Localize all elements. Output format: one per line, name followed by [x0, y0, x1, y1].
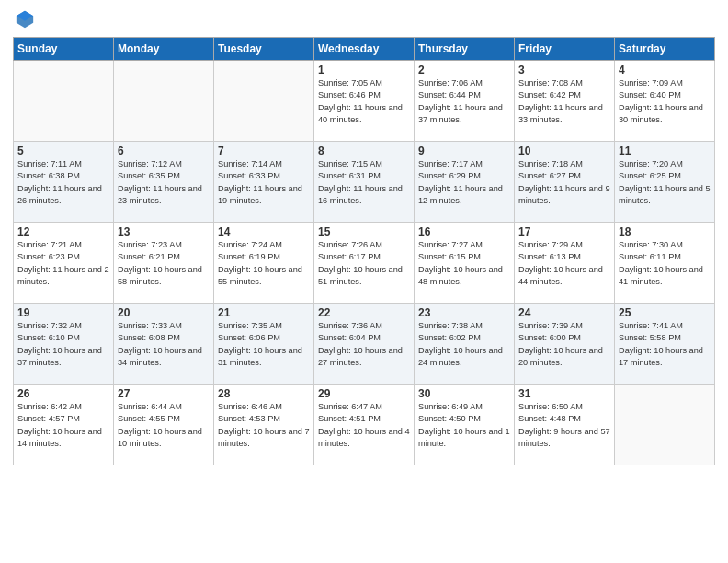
day-info: Sunrise: 7:11 AM Sunset: 6:38 PM Dayligh… — [17, 158, 109, 207]
calendar-cell: 30Sunrise: 6:49 AM Sunset: 4:50 PM Dayli… — [415, 385, 515, 465]
calendar-cell: 7Sunrise: 7:14 AM Sunset: 6:33 PM Daylig… — [214, 142, 314, 223]
day-info: Sunrise: 7:38 AM Sunset: 6:02 PM Dayligh… — [418, 320, 510, 369]
day-number: 24 — [518, 306, 610, 319]
calendar-cell: 3Sunrise: 7:08 AM Sunset: 6:42 PM Daylig… — [515, 61, 615, 142]
day-info: Sunrise: 7:08 AM Sunset: 6:42 PM Dayligh… — [518, 77, 610, 126]
day-info: Sunrise: 6:44 AM Sunset: 4:55 PM Dayligh… — [118, 401, 210, 450]
day-info: Sunrise: 7:09 AM Sunset: 6:40 PM Dayligh… — [619, 77, 711, 126]
day-info: Sunrise: 7:35 AM Sunset: 6:06 PM Dayligh… — [218, 320, 310, 369]
day-info: Sunrise: 7:32 AM Sunset: 6:10 PM Dayligh… — [17, 320, 109, 369]
day-number: 5 — [17, 144, 109, 157]
calendar-cell: 6Sunrise: 7:12 AM Sunset: 6:35 PM Daylig… — [114, 142, 214, 223]
day-info: Sunrise: 7:41 AM Sunset: 5:58 PM Dayligh… — [619, 320, 711, 369]
calendar-week-row: 26Sunrise: 6:42 AM Sunset: 4:57 PM Dayli… — [14, 385, 715, 465]
calendar-cell: 14Sunrise: 7:24 AM Sunset: 6:19 PM Dayli… — [214, 223, 314, 304]
day-info: Sunrise: 6:49 AM Sunset: 4:50 PM Dayligh… — [418, 401, 510, 450]
day-number: 27 — [118, 387, 210, 400]
calendar-cell: 5Sunrise: 7:11 AM Sunset: 6:38 PM Daylig… — [14, 142, 114, 223]
logo — [13, 9, 35, 29]
day-of-week-header: Tuesday — [214, 38, 314, 61]
calendar-cell: 19Sunrise: 7:32 AM Sunset: 6:10 PM Dayli… — [14, 304, 114, 385]
day-number: 10 — [518, 144, 610, 157]
day-of-week-header: Monday — [114, 38, 214, 61]
day-info: Sunrise: 7:30 AM Sunset: 6:11 PM Dayligh… — [619, 239, 711, 288]
calendar-cell: 2Sunrise: 7:06 AM Sunset: 6:44 PM Daylig… — [415, 61, 515, 142]
calendar-cell: 12Sunrise: 7:21 AM Sunset: 6:23 PM Dayli… — [14, 223, 114, 304]
calendar-cell: 18Sunrise: 7:30 AM Sunset: 6:11 PM Dayli… — [615, 223, 715, 304]
day-info: Sunrise: 7:20 AM Sunset: 6:25 PM Dayligh… — [619, 158, 711, 207]
day-info: Sunrise: 7:26 AM Sunset: 6:17 PM Dayligh… — [318, 239, 410, 288]
day-info: Sunrise: 7:15 AM Sunset: 6:31 PM Dayligh… — [318, 158, 410, 207]
day-number: 20 — [118, 306, 210, 319]
calendar-cell — [114, 61, 214, 142]
day-info: Sunrise: 7:06 AM Sunset: 6:44 PM Dayligh… — [418, 77, 510, 126]
day-number: 23 — [418, 306, 510, 319]
day-of-week-header: Thursday — [415, 38, 515, 61]
day-number: 6 — [118, 144, 210, 157]
calendar-week-row: 1Sunrise: 7:05 AM Sunset: 6:46 PM Daylig… — [14, 61, 715, 142]
calendar-cell: 13Sunrise: 7:23 AM Sunset: 6:21 PM Dayli… — [114, 223, 214, 304]
day-info: Sunrise: 7:27 AM Sunset: 6:15 PM Dayligh… — [418, 239, 510, 288]
calendar-week-row: 12Sunrise: 7:21 AM Sunset: 6:23 PM Dayli… — [14, 223, 715, 304]
calendar-cell — [615, 385, 715, 465]
calendar-cell: 31Sunrise: 6:50 AM Sunset: 4:48 PM Dayli… — [515, 385, 615, 465]
calendar-cell: 26Sunrise: 6:42 AM Sunset: 4:57 PM Dayli… — [14, 385, 114, 465]
day-info: Sunrise: 7:36 AM Sunset: 6:04 PM Dayligh… — [318, 320, 410, 369]
logo-icon — [15, 9, 35, 29]
day-number: 18 — [619, 225, 711, 238]
calendar-cell: 27Sunrise: 6:44 AM Sunset: 4:55 PM Dayli… — [114, 385, 214, 465]
calendar-cell: 10Sunrise: 7:18 AM Sunset: 6:27 PM Dayli… — [515, 142, 615, 223]
day-number: 19 — [17, 306, 109, 319]
day-info: Sunrise: 7:17 AM Sunset: 6:29 PM Dayligh… — [418, 158, 510, 207]
day-info: Sunrise: 7:29 AM Sunset: 6:13 PM Dayligh… — [518, 239, 610, 288]
day-info: Sunrise: 7:12 AM Sunset: 6:35 PM Dayligh… — [118, 158, 210, 207]
calendar-cell — [14, 61, 114, 142]
page-header — [13, 9, 715, 29]
calendar-cell: 21Sunrise: 7:35 AM Sunset: 6:06 PM Dayli… — [214, 304, 314, 385]
day-info: Sunrise: 7:24 AM Sunset: 6:19 PM Dayligh… — [218, 239, 310, 288]
calendar-cell: 16Sunrise: 7:27 AM Sunset: 6:15 PM Dayli… — [415, 223, 515, 304]
day-number: 12 — [17, 225, 109, 238]
day-number: 31 — [518, 387, 610, 400]
day-of-week-header: Saturday — [615, 38, 715, 61]
day-number: 17 — [518, 225, 610, 238]
calendar-cell — [214, 61, 314, 142]
day-number: 9 — [418, 144, 510, 157]
day-number: 29 — [318, 387, 410, 400]
day-number: 21 — [218, 306, 310, 319]
calendar-table: SundayMondayTuesdayWednesdayThursdayFrid… — [13, 37, 715, 465]
calendar-cell: 28Sunrise: 6:46 AM Sunset: 4:53 PM Dayli… — [214, 385, 314, 465]
day-info: Sunrise: 7:18 AM Sunset: 6:27 PM Dayligh… — [518, 158, 610, 207]
day-number: 11 — [619, 144, 711, 157]
calendar-cell: 23Sunrise: 7:38 AM Sunset: 6:02 PM Dayli… — [415, 304, 515, 385]
day-number: 8 — [318, 144, 410, 157]
calendar-cell: 22Sunrise: 7:36 AM Sunset: 6:04 PM Dayli… — [314, 304, 415, 385]
day-info: Sunrise: 7:23 AM Sunset: 6:21 PM Dayligh… — [118, 239, 210, 288]
day-info: Sunrise: 7:33 AM Sunset: 6:08 PM Dayligh… — [118, 320, 210, 369]
calendar-cell: 24Sunrise: 7:39 AM Sunset: 6:00 PM Dayli… — [515, 304, 615, 385]
calendar-cell: 17Sunrise: 7:29 AM Sunset: 6:13 PM Dayli… — [515, 223, 615, 304]
day-number: 13 — [118, 225, 210, 238]
day-of-week-header: Friday — [515, 38, 615, 61]
day-number: 7 — [218, 144, 310, 157]
day-info: Sunrise: 6:47 AM Sunset: 4:51 PM Dayligh… — [318, 401, 410, 450]
day-number: 4 — [619, 63, 711, 76]
day-info: Sunrise: 7:05 AM Sunset: 6:46 PM Dayligh… — [318, 77, 410, 126]
day-number: 14 — [218, 225, 310, 238]
day-info: Sunrise: 7:39 AM Sunset: 6:00 PM Dayligh… — [518, 320, 610, 369]
day-number: 1 — [318, 63, 410, 76]
calendar-cell: 8Sunrise: 7:15 AM Sunset: 6:31 PM Daylig… — [314, 142, 415, 223]
day-number: 28 — [218, 387, 310, 400]
calendar-cell: 25Sunrise: 7:41 AM Sunset: 5:58 PM Dayli… — [615, 304, 715, 385]
day-info: Sunrise: 6:50 AM Sunset: 4:48 PM Dayligh… — [518, 401, 610, 450]
calendar-cell: 29Sunrise: 6:47 AM Sunset: 4:51 PM Dayli… — [314, 385, 415, 465]
day-number: 26 — [17, 387, 109, 400]
calendar-week-row: 19Sunrise: 7:32 AM Sunset: 6:10 PM Dayli… — [14, 304, 715, 385]
calendar-cell: 11Sunrise: 7:20 AM Sunset: 6:25 PM Dayli… — [615, 142, 715, 223]
day-number: 3 — [518, 63, 610, 76]
day-of-week-header: Sunday — [14, 38, 114, 61]
day-info: Sunrise: 6:42 AM Sunset: 4:57 PM Dayligh… — [17, 401, 109, 450]
day-number: 22 — [318, 306, 410, 319]
calendar-week-row: 5Sunrise: 7:11 AM Sunset: 6:38 PM Daylig… — [14, 142, 715, 223]
day-of-week-header: Wednesday — [314, 38, 415, 61]
